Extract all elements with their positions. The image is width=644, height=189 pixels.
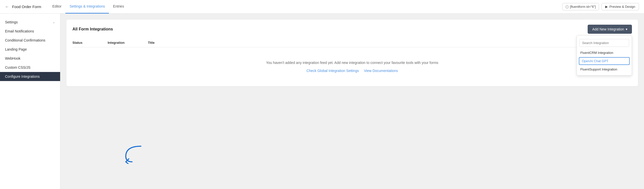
preview-icon: ▶ (605, 5, 608, 9)
search-integration-input[interactable] (579, 39, 629, 47)
back-button[interactable]: ← (5, 5, 9, 9)
sidebar-item-conditional-confirmations[interactable]: Conditional Confirmations (0, 36, 60, 45)
shortcode-button[interactable]: ▢ [fluentform id="6"] (562, 3, 599, 10)
chevron-down-icon: ▾ (626, 27, 627, 31)
sidebar-item-configure-integrations[interactable]: Configure Integrations (0, 72, 60, 81)
top-nav: ← Food Order Form Editor Settings & Inte… (0, 0, 644, 14)
sidebar-item-settings[interactable]: Settings ⌄ (0, 18, 60, 27)
integration-dropdown: FluentCRM Integration OpenAI Chat GPT Fl… (577, 35, 632, 75)
sidebar-item-label: Custom CSS/JS (5, 65, 30, 69)
nav-tabs: Editor Settings & Integrations Entries (48, 0, 128, 14)
main-content: All Form Integrations Add New Integratio… (60, 14, 644, 189)
integrations-panel: All Form Integrations Add New Integratio… (66, 20, 638, 86)
empty-state-links: Check Global Integration Settings View D… (77, 68, 627, 73)
tab-settings-integrations[interactable]: Settings & Integrations (65, 0, 109, 14)
chevron-down-icon: ⌄ (53, 20, 55, 24)
sidebar-item-landing-page[interactable]: Landing Page (0, 45, 60, 54)
sidebar-item-custom-css-js[interactable]: Custom CSS/JS (0, 63, 60, 72)
tab-entries[interactable]: Entries (109, 0, 128, 14)
sidebar: Settings ⌄ Email Notifications Condition… (0, 14, 60, 189)
col-integration: Integration (108, 41, 148, 45)
top-nav-right: ▢ [fluentform id="6"] ▶ Preview & Design (562, 3, 639, 10)
table-header: Status Integration Title (72, 39, 632, 47)
view-documentations-link[interactable]: View Documentations (364, 68, 398, 73)
global-integration-settings-link[interactable]: Check Global Integration Settings (306, 68, 359, 73)
preview-design-button[interactable]: ▶ Preview & Design (601, 3, 639, 10)
dropdown-item-fluentcrm[interactable]: FluentCRM Integration (577, 49, 632, 57)
sidebar-item-email-notifications[interactable]: Email Notifications (0, 27, 60, 36)
shortcode-icon: ▢ (566, 5, 569, 9)
add-new-label: Add New Integration (592, 27, 624, 31)
form-title: Food Order Form (12, 5, 41, 9)
arrow-left-annotation (121, 144, 146, 164)
dropdown-item-fluentsupport[interactable]: FluentSupport Integration (577, 65, 632, 73)
empty-message: You haven't added any integration feed y… (77, 60, 627, 65)
add-new-integration-button[interactable]: Add New Integration ▾ (588, 25, 632, 34)
preview-label: Preview & Design (609, 5, 635, 9)
sidebar-item-label: Configure Integrations (5, 74, 40, 79)
tab-editor[interactable]: Editor (48, 0, 66, 14)
sidebar-item-label: Conditional Confirmations (5, 38, 45, 42)
layout: Settings ⌄ Email Notifications Condition… (0, 14, 644, 189)
sidebar-item-label: WebHook (5, 56, 20, 60)
sidebar-item-webhook[interactable]: WebHook (0, 54, 60, 63)
panel-title: All Form Integrations (72, 27, 113, 31)
sidebar-item-label: Email Notifications (5, 29, 34, 33)
sidebar-item-label: Settings (5, 20, 18, 24)
shortcode-value: [fluentform id="6"] (570, 5, 596, 9)
panel-header: All Form Integrations Add New Integratio… (72, 25, 632, 34)
col-status: Status (72, 41, 108, 45)
empty-state: You haven't added any integration feed y… (72, 47, 632, 81)
sidebar-item-label: Landing Page (5, 47, 27, 51)
dropdown-item-openai[interactable]: OpenAI Chat GPT (579, 57, 630, 65)
col-title: Title (148, 41, 632, 45)
